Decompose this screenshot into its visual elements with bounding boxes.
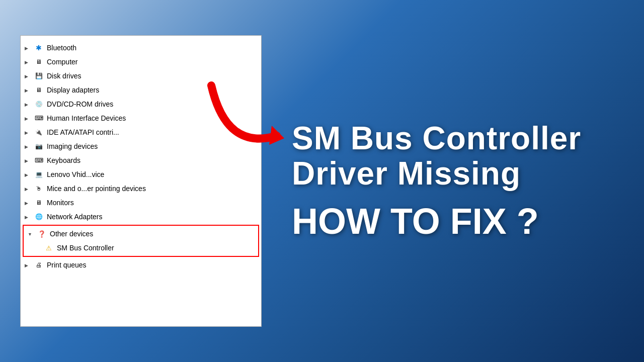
list-item[interactable]: Print queues [21, 258, 261, 272]
other-devices-item[interactable]: Other devices [24, 227, 258, 241]
expand-arrow [25, 200, 31, 206]
smbus-warning-icon [44, 243, 54, 253]
list-item[interactable]: Bluetooth [21, 41, 261, 55]
item-label: Keyboards [47, 156, 80, 164]
item-label: SM Bus Controller [57, 244, 114, 252]
device-manager-panel: Bluetooth Computer Disk drives Display a… [20, 35, 262, 327]
item-label: Network Adapters [47, 213, 103, 221]
expand-arrow [25, 172, 31, 177]
display-icon [34, 85, 44, 95]
device-list: Bluetooth Computer Disk drives Display a… [21, 41, 261, 224]
expand-arrow [25, 73, 31, 79]
list-item[interactable]: Display adapters [21, 83, 261, 97]
expand-arrow [25, 186, 31, 192]
item-label: Print queues [47, 261, 87, 269]
list-item[interactable]: Disk drives [21, 69, 261, 83]
imaging-icon [34, 141, 44, 151]
list-item[interactable]: Lenovo Vhid...vice [21, 167, 261, 182]
ide-icon [34, 127, 44, 137]
list-item[interactable]: Computer [21, 55, 261, 69]
expand-arrow [25, 262, 31, 268]
item-label: IDE ATA/ATAPI contri... [47, 128, 119, 136]
expand-arrow [25, 214, 31, 220]
list-item[interactable]: Monitors [21, 196, 261, 210]
expand-arrow [25, 158, 31, 163]
bluetooth-icon [34, 43, 44, 53]
item-label: Monitors [47, 199, 74, 207]
expand-arrow [25, 87, 31, 93]
mice-icon [34, 184, 44, 194]
monitor-icon [34, 198, 44, 208]
item-label: Human Interface Devices [47, 114, 126, 122]
list-item[interactable]: Network Adapters [21, 210, 261, 224]
list-item[interactable]: Mice and o...er pointing devices [21, 182, 261, 196]
item-label: Computer [47, 58, 77, 66]
item-label: Bluetooth [47, 44, 76, 52]
expand-arrow [25, 130, 31, 135]
list-item[interactable]: Keyboards [21, 153, 261, 167]
other-icon [37, 229, 47, 239]
other-devices-highlighted: Other devices SM Bus Controller [23, 225, 259, 257]
item-label: Display adapters [47, 86, 99, 94]
sm-bus-controller-item[interactable]: SM Bus Controller [24, 241, 258, 255]
heading-line2: Driver Missing [292, 156, 521, 191]
computer-icon [34, 57, 44, 67]
expand-arrow [25, 144, 31, 149]
item-label: Mice and o...er pointing devices [47, 185, 146, 193]
expand-arrow [25, 45, 31, 51]
print-icon [34, 260, 44, 270]
expand-arrow [25, 102, 31, 107]
expand-arrow [25, 59, 31, 65]
item-label: Lenovo Vhid...vice [47, 170, 104, 178]
expand-arrow [28, 231, 34, 237]
list-item[interactable]: DVD/CD-ROM drives [21, 97, 261, 111]
dvd-icon [34, 99, 44, 109]
hid-icon [34, 113, 44, 123]
expand-arrow [25, 116, 31, 121]
item-label: Imaging devices [47, 142, 98, 150]
lenovo-icon [34, 169, 44, 179]
item-label: DVD/CD-ROM drives [47, 100, 113, 108]
item-label: Disk drives [47, 72, 81, 80]
list-item[interactable]: Human Interface Devices [21, 111, 261, 125]
list-item[interactable]: Imaging devices [21, 139, 261, 153]
right-panel: SM Bus Controller Driver Missing HOW TO … [262, 121, 624, 241]
heading-line3: HOW TO FIX ? [292, 202, 539, 241]
network-icon [34, 212, 44, 222]
device-list-bottom: Print queues [21, 258, 261, 272]
keyboard-icon [34, 155, 44, 165]
heading-line1: SM Bus Controller [292, 121, 581, 156]
disk-icon [34, 71, 44, 81]
other-devices-list: Other devices SM Bus Controller [24, 227, 258, 255]
list-item[interactable]: IDE ATA/ATAPI contri... [21, 125, 261, 139]
item-label: Other devices [50, 230, 93, 238]
